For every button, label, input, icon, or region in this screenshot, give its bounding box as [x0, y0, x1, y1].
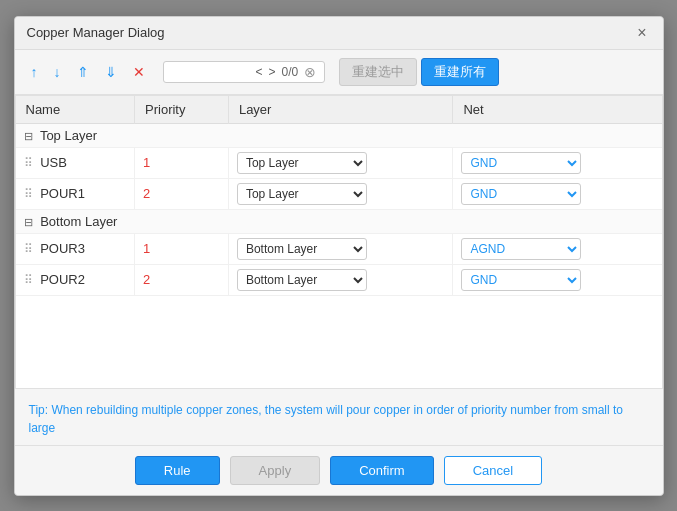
close-button[interactable]: ×	[633, 25, 650, 41]
cancel-button[interactable]: Cancel	[444, 456, 542, 485]
row-name-cell: ⠿ POUR2	[16, 264, 135, 295]
move-up-button[interactable]: ↑	[25, 61, 44, 83]
tip-area: Tip: When rebuilding multiple copper zon…	[15, 389, 663, 445]
row-priority: 1	[143, 155, 150, 170]
row-net-cell: GNDAGNDVCC3V3	[453, 178, 662, 209]
layer-select[interactable]: Top LayerBottom Layer	[237, 238, 367, 260]
apply-button[interactable]: Apply	[230, 456, 321, 485]
row-name: USB	[40, 155, 67, 170]
tip-text: Tip: When rebuilding multiple copper zon…	[29, 403, 623, 435]
group-name: Bottom Layer	[40, 214, 117, 229]
row-priority-cell: 1	[135, 233, 229, 264]
net-select[interactable]: GNDAGNDVCC3V3	[461, 269, 581, 291]
col-header-priority: Priority	[135, 96, 229, 124]
layer-select[interactable]: Top LayerBottom Layer	[237, 269, 367, 291]
row-name-cell: ⠿ POUR3	[16, 233, 135, 264]
dialog-title: Copper Manager Dialog	[27, 25, 165, 40]
table-row: ⠿ USB 1Top LayerBottom LayerGNDAGNDVCC3V…	[16, 147, 662, 178]
row-net-cell: GNDAGNDVCC3V3	[453, 264, 662, 295]
row-layer-cell: Top LayerBottom Layer	[228, 178, 453, 209]
drag-handle-icon: ⠿	[24, 187, 33, 201]
nav-right-button[interactable]: >	[267, 65, 278, 79]
layer-select[interactable]: Top LayerBottom Layer	[237, 183, 367, 205]
table-row: ⠿ POUR1 2Top LayerBottom LayerGNDAGNDVCC…	[16, 178, 662, 209]
delete-button[interactable]: ✕	[127, 61, 151, 83]
table-row: ⠿ POUR3 1Top LayerBottom LayerGNDAGNDVCC…	[16, 233, 662, 264]
nav-arrows: < >	[254, 65, 278, 79]
search-counter: 0/0	[282, 65, 299, 79]
col-header-name: Name	[16, 96, 135, 124]
row-name: POUR2	[40, 272, 85, 287]
row-name: POUR1	[40, 186, 85, 201]
net-select[interactable]: GNDAGNDVCC3V3	[461, 152, 581, 174]
clear-search-button[interactable]: ⊗	[302, 64, 318, 80]
group-label: ⊟ Bottom Layer	[16, 209, 662, 233]
toolbar: ↑ ↓ ⇑ ⇓ ✕ < > 0/0 ⊗ 重建选中 重建所有	[15, 50, 663, 95]
rule-button[interactable]: Rule	[135, 456, 220, 485]
move-down-button[interactable]: ↓	[48, 61, 67, 83]
copper-manager-dialog: Copper Manager Dialog × ↑ ↓ ⇑ ⇓ ✕ < > 0/…	[14, 16, 664, 496]
group-expand-icon[interactable]: ⊟	[24, 216, 33, 228]
row-priority-cell: 2	[135, 178, 229, 209]
row-priority-cell: 1	[135, 147, 229, 178]
rebuild-all-button[interactable]: 重建所有	[421, 58, 499, 86]
copper-table: Name Priority Layer Net ⊟ Top Layer ⠿ US…	[15, 95, 663, 389]
table-header-row: Name Priority Layer Net	[16, 96, 662, 124]
group-name: Top Layer	[40, 128, 97, 143]
row-priority: 2	[143, 272, 150, 287]
confirm-button[interactable]: Confirm	[330, 456, 434, 485]
group-expand-icon[interactable]: ⊟	[24, 130, 33, 142]
nav-left-button[interactable]: <	[254, 65, 265, 79]
move-bottom-button[interactable]: ⇓	[99, 61, 123, 83]
drag-handle-icon: ⠿	[24, 242, 33, 256]
footer-buttons: Rule Apply Confirm Cancel	[15, 445, 663, 495]
drag-handle-icon: ⠿	[24, 156, 33, 170]
col-header-net: Net	[453, 96, 662, 124]
row-layer-cell: Top LayerBottom Layer	[228, 233, 453, 264]
copper-table-element: Name Priority Layer Net ⊟ Top Layer ⠿ US…	[16, 96, 662, 296]
row-name-cell: ⠿ USB	[16, 147, 135, 178]
rebuild-selected-button[interactable]: 重建选中	[339, 58, 417, 86]
layer-select[interactable]: Top LayerBottom Layer	[237, 152, 367, 174]
col-header-layer: Layer	[228, 96, 453, 124]
row-priority-cell: 2	[135, 264, 229, 295]
search-box: < > 0/0 ⊗	[163, 61, 326, 83]
move-top-button[interactable]: ⇑	[71, 61, 95, 83]
table-group-row: ⊟ Top Layer	[16, 123, 662, 147]
row-net-cell: GNDAGNDVCC3V3	[453, 147, 662, 178]
search-input[interactable]	[170, 65, 250, 79]
table-row: ⠿ POUR2 2Top LayerBottom LayerGNDAGNDVCC…	[16, 264, 662, 295]
row-priority: 2	[143, 186, 150, 201]
title-bar: Copper Manager Dialog ×	[15, 17, 663, 50]
net-select[interactable]: GNDAGNDVCC3V3	[461, 183, 581, 205]
drag-handle-icon: ⠿	[24, 273, 33, 287]
net-select[interactable]: GNDAGNDVCC3V3	[461, 238, 581, 260]
row-net-cell: GNDAGNDVCC3V3	[453, 233, 662, 264]
row-name: POUR3	[40, 241, 85, 256]
table-group-row: ⊟ Bottom Layer	[16, 209, 662, 233]
row-name-cell: ⠿ POUR1	[16, 178, 135, 209]
row-layer-cell: Top LayerBottom Layer	[228, 264, 453, 295]
row-priority: 1	[143, 241, 150, 256]
group-label: ⊟ Top Layer	[16, 123, 662, 147]
row-layer-cell: Top LayerBottom Layer	[228, 147, 453, 178]
